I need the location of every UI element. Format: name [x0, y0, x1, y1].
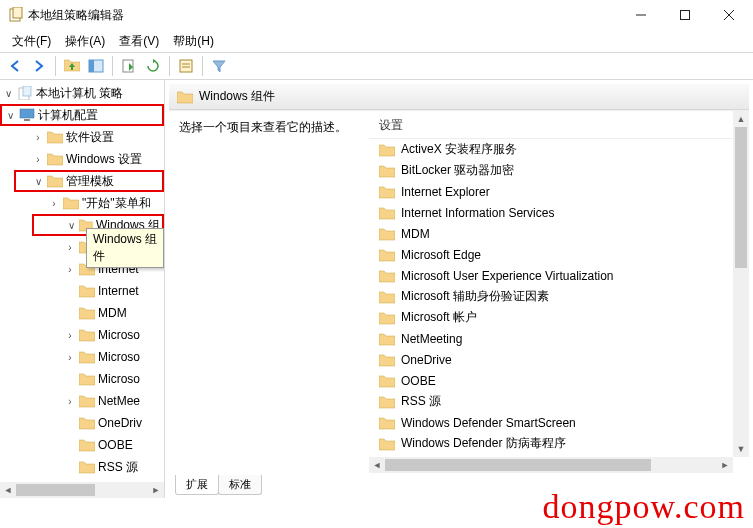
list-item-label: Internet Explorer — [401, 185, 490, 199]
refresh-button[interactable] — [142, 55, 164, 77]
list-item[interactable]: BitLocker 驱动器加密 — [369, 160, 749, 181]
folder-icon — [379, 353, 395, 367]
folder-icon — [379, 248, 395, 262]
window-title: 本地组策略编辑器 — [24, 7, 619, 24]
list-item-label: Microsoft 帐户 — [401, 309, 477, 326]
svg-rect-5 — [13, 7, 22, 18]
up-button[interactable] — [61, 55, 83, 77]
folder-icon — [379, 332, 395, 346]
tree-item[interactable]: MDM — [0, 302, 164, 324]
folder-icon — [379, 416, 395, 430]
tree-root[interactable]: ∨ 本地计算机 策略 — [0, 82, 164, 104]
maximize-button[interactable] — [663, 1, 707, 29]
toolbar — [0, 52, 753, 80]
folder-icon — [379, 143, 395, 157]
list-item-label: Microsoft User Experience Virtualization — [401, 269, 614, 283]
list-item[interactable]: Microsoft 帐户 — [369, 307, 749, 328]
expander-icon[interactable]: › — [32, 154, 44, 165]
close-button[interactable] — [707, 1, 751, 29]
back-button[interactable] — [4, 55, 26, 77]
folder-icon — [379, 206, 395, 220]
expander-icon[interactable]: ∨ — [4, 110, 16, 121]
list-vertical-scrollbar[interactable]: ▲ ▼ — [733, 111, 749, 457]
list-item[interactable]: Microsoft User Experience Virtualization — [369, 265, 749, 286]
list-item[interactable]: Windows Defender SmartScreen — [369, 412, 749, 433]
column-header-setting[interactable]: 设置 — [369, 111, 749, 139]
scroll-thumb[interactable] — [385, 459, 651, 471]
menu-action[interactable]: 操作(A) — [59, 31, 111, 52]
toolbar-separator — [202, 56, 203, 76]
expander-icon[interactable]: › — [48, 198, 60, 209]
list-item[interactable]: Microsoft 辅助身份验证因素 — [369, 286, 749, 307]
scroll-down-icon[interactable]: ▼ — [733, 441, 749, 457]
tree-item[interactable]: ›NetMee — [0, 390, 164, 412]
tree-item[interactable]: ›Microso — [0, 324, 164, 346]
scroll-left-icon[interactable]: ◄ — [369, 457, 385, 473]
minimize-button[interactable] — [619, 1, 663, 29]
menu-file[interactable]: 文件(F) — [6, 31, 57, 52]
folder-icon — [379, 269, 395, 283]
list-item[interactable]: OOBE — [369, 370, 749, 391]
details-header: Windows 组件 — [169, 84, 749, 110]
tree-admin-templates[interactable]: ∨ 管理模板 — [14, 170, 164, 192]
tree-item[interactable]: OOBE — [0, 434, 164, 456]
list-item[interactable]: MDM — [369, 223, 749, 244]
expander-icon[interactable]: ∨ — [66, 220, 76, 231]
tree-item[interactable]: RSS 源 — [0, 456, 164, 478]
list-item-label: OOBE — [401, 374, 436, 388]
scroll-right-icon[interactable]: ► — [148, 482, 164, 498]
menu-help[interactable]: 帮助(H) — [167, 31, 220, 52]
tree-windows-settings[interactable]: › Windows 设置 — [0, 148, 164, 170]
expander-icon[interactable]: ∨ — [2, 88, 14, 99]
list-item[interactable]: Internet Explorer — [369, 181, 749, 202]
folder-icon — [379, 311, 395, 325]
list-item-label: ActiveX 安装程序服务 — [401, 141, 517, 158]
folder-icon — [379, 395, 395, 409]
scroll-left-icon[interactable]: ◄ — [0, 482, 16, 498]
tree-start-menu[interactable]: › "开始"菜单和 — [0, 192, 164, 214]
folder-icon — [379, 164, 395, 178]
filter-button[interactable] — [208, 55, 230, 77]
tree-item[interactable]: ›Microso — [0, 346, 164, 368]
expander-icon[interactable]: › — [32, 132, 44, 143]
list-item[interactable]: OneDrive — [369, 349, 749, 370]
toolbar-separator — [169, 56, 170, 76]
list-item-label: Windows Defender 防病毒程序 — [401, 435, 566, 452]
folder-icon — [379, 290, 395, 304]
list-item[interactable]: Microsoft Edge — [369, 244, 749, 265]
tab-standard[interactable]: 标准 — [218, 475, 262, 495]
folder-icon — [379, 437, 395, 451]
scroll-up-icon[interactable]: ▲ — [733, 111, 749, 127]
scroll-thumb[interactable] — [16, 484, 95, 496]
list-item[interactable]: NetMeeting — [369, 328, 749, 349]
menu-view[interactable]: 查看(V) — [113, 31, 165, 52]
tree-computer-config[interactable]: ∨ 计算机配置 — [0, 104, 164, 126]
list-item[interactable]: Windows Defender 防病毒程序 — [369, 433, 749, 454]
list-horizontal-scrollbar[interactable]: ◄ ► — [369, 457, 733, 473]
tree-item[interactable]: Internet — [0, 280, 164, 302]
tree-item[interactable]: OneDriv — [0, 412, 164, 434]
tab-extended[interactable]: 扩展 — [175, 475, 219, 495]
description-column: 选择一个项目来查看它的描述。 — [169, 111, 369, 473]
scroll-thumb[interactable] — [735, 127, 747, 268]
tree-software-settings[interactable]: › 软件设置 — [0, 126, 164, 148]
list-item[interactable]: RSS 源 — [369, 391, 749, 412]
forward-button[interactable] — [28, 55, 50, 77]
show-hide-tree-button[interactable] — [85, 55, 107, 77]
export-button[interactable] — [118, 55, 140, 77]
scroll-right-icon[interactable]: ► — [717, 457, 733, 473]
menu-bar: 文件(F) 操作(A) 查看(V) 帮助(H) — [0, 30, 753, 52]
list-item-label: BitLocker 驱动器加密 — [401, 162, 514, 179]
list-item-label: OneDrive — [401, 353, 452, 367]
properties-button[interactable] — [175, 55, 197, 77]
toolbar-separator — [55, 56, 56, 76]
svg-rect-11 — [89, 60, 94, 72]
folder-icon — [379, 227, 395, 241]
expander-icon[interactable]: ∨ — [32, 176, 44, 187]
list-item[interactable]: ActiveX 安装程序服务 — [369, 139, 749, 160]
list-item-label: Microsoft 辅助身份验证因素 — [401, 288, 549, 305]
tree-item[interactable]: Microso — [0, 368, 164, 390]
tree-horizontal-scrollbar[interactable]: ◄ ► — [0, 482, 164, 498]
list-item[interactable]: Internet Information Services — [369, 202, 749, 223]
list-item-label: Windows Defender SmartScreen — [401, 416, 576, 430]
